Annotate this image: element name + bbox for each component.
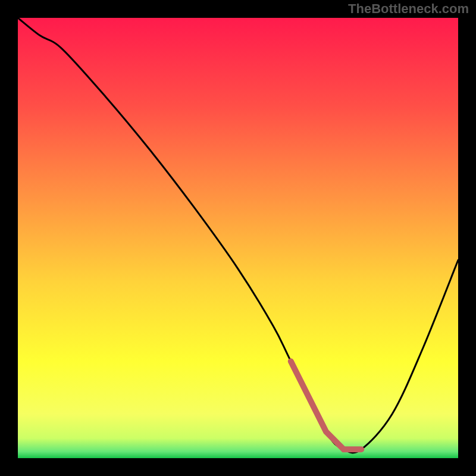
plot-area — [18, 18, 458, 458]
chart-curve — [18, 18, 458, 458]
watermark-text: TheBottleneck.com — [348, 1, 469, 17]
chart-container: TheBottleneck.com — [0, 0, 476, 476]
